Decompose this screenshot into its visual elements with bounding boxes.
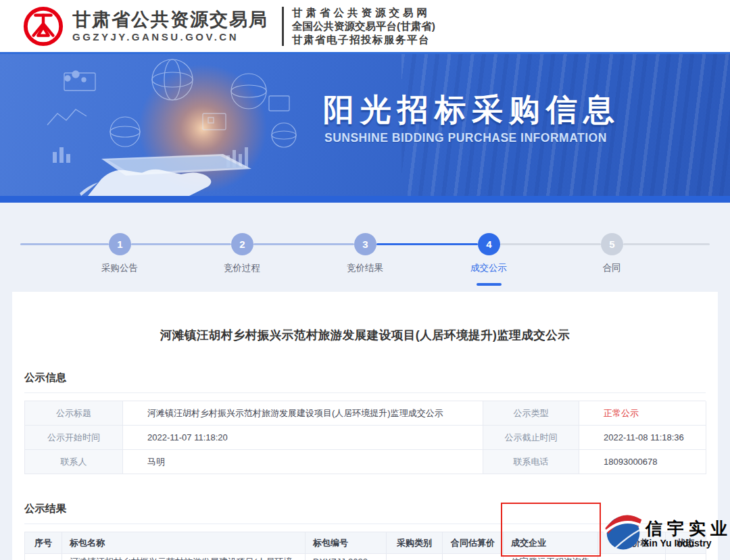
step-circle-1[interactable]: 1 bbox=[109, 233, 131, 255]
result-winner-company: 信宇腾远工程咨询集团有限公司 bbox=[504, 554, 598, 560]
platform-line: 甘肃省电子招投标服务平台 bbox=[292, 33, 435, 47]
info-value-end-time: 2022-11-08 11:18:36 bbox=[579, 426, 706, 450]
hero-banner: 阳光招标采购信息 SUNSHINE BIDDING PURCHASE INFOR… bbox=[0, 54, 730, 196]
col-header-estimate-price: 合同估算价 bbox=[443, 532, 504, 554]
info-value-contact: 马明 bbox=[123, 450, 483, 474]
watermark-name-cn: 信宇实业 bbox=[646, 517, 730, 540]
step-connector bbox=[20, 243, 109, 245]
platform-name-list: 甘肃省公共资源交易网 全国公共资源交易平台(甘肃省) 甘肃省电子招投标服务平台 bbox=[292, 6, 435, 47]
notice-info-table: 公示标题 河滩镇汪胡村乡村振兴示范村旅游发展建设项目(人居环境提升)监理成交公示… bbox=[24, 401, 706, 474]
site-header: 甘肃省公共资源交易局 GGZYJY.GANSU.GOV.CN 甘肃省公共资源交易… bbox=[0, 0, 730, 54]
step-connector bbox=[253, 243, 354, 245]
col-header-winner: 成交企业 bbox=[504, 532, 598, 554]
info-label: 公示截止时间 bbox=[483, 426, 579, 450]
result-package-name: 河滩镇汪胡村乡村振兴示范村旅游发展建设项目(人居环境提升)监理001 bbox=[62, 554, 306, 560]
banner-hand-hologram-art bbox=[0, 54, 318, 196]
banner-subtitle: SUNSHINE BIDDING PURCHASE INFORMATION bbox=[324, 131, 607, 145]
step-label-contract[interactable]: 合同 bbox=[603, 262, 621, 274]
info-label: 公示标题 bbox=[25, 401, 123, 426]
step-circle-2[interactable]: 2 bbox=[231, 233, 253, 255]
info-label: 联系人 bbox=[25, 450, 123, 474]
header-divider bbox=[282, 7, 284, 46]
platform-line: 甘肃省公共资源交易网 bbox=[292, 6, 435, 20]
col-header-category: 采购类别 bbox=[387, 532, 443, 554]
page-title: 河滩镇汪胡村乡村振兴示范村旅游发展建设项目(人居环境提升)监理成交公示 bbox=[24, 292, 706, 343]
result-deal-price: 150000.0(元) bbox=[598, 554, 666, 560]
step-circle-3[interactable]: 3 bbox=[354, 233, 376, 255]
result-package-no: DXXZJJ-2022-165 bbox=[306, 554, 387, 560]
info-value-notice-type: 正常公示 bbox=[579, 401, 706, 426]
step-connector bbox=[500, 243, 601, 245]
step-circle-4[interactable]: 4 bbox=[478, 233, 500, 255]
info-label: 公示类型 bbox=[483, 401, 579, 426]
site-brand[interactable]: 甘肃省公共资源交易局 GGZYJY.GANSU.GOV.CN bbox=[72, 9, 268, 44]
org-url: GGZYJY.GANSU.GOV.CN bbox=[72, 30, 268, 44]
result-category: 服务-监理 bbox=[387, 554, 443, 560]
info-label: 公示开始时间 bbox=[25, 426, 123, 450]
col-header-seq: 序号 bbox=[25, 532, 62, 554]
org-name: 甘肃省公共资源交易局 bbox=[72, 9, 268, 30]
step-circle-5[interactable]: 5 bbox=[601, 233, 623, 255]
step-connector bbox=[131, 243, 231, 245]
info-value-title: 河滩镇汪胡村乡村振兴示范村旅游发展建设项目(人居环境提升)监理成交公示 bbox=[123, 401, 483, 426]
step-label-bidding-process[interactable]: 竞价过程 bbox=[224, 262, 260, 274]
banner-title: 阳光招标采购信息 bbox=[323, 89, 620, 131]
banner-bottom-strip bbox=[0, 196, 730, 203]
progress-steps: 1 2 3 4 5 采购公告 竞价过程 竞价结果 成交公示 合同 bbox=[0, 203, 730, 292]
step-connector bbox=[623, 243, 710, 245]
platform-line: 全国公共资源交易平台(甘肃省) bbox=[292, 20, 435, 33]
step-label-procurement-notice[interactable]: 采购公告 bbox=[101, 262, 138, 274]
col-header-package-name: 标包名称 bbox=[62, 532, 306, 554]
step-label-deal-publicity[interactable]: 成交公示 bbox=[470, 262, 507, 274]
section-divider bbox=[24, 392, 706, 393]
step-connector bbox=[376, 243, 478, 245]
step-label-bidding-result[interactable]: 竞价结果 bbox=[347, 262, 383, 274]
watermark-name-en: Xin Yu Industry bbox=[643, 538, 712, 549]
info-value-phone: 18093000678 bbox=[579, 450, 706, 474]
result-seq: 1 bbox=[25, 554, 62, 560]
gansu-bureau-logo-icon[interactable] bbox=[22, 5, 64, 47]
active-step-underline bbox=[477, 283, 502, 286]
info-label: 联系电话 bbox=[483, 450, 579, 474]
result-estimate-price: 190000.0(元) bbox=[443, 554, 504, 560]
col-header-package-no: 标包编号 bbox=[306, 532, 387, 554]
info-value-start-time: 2022-11-07 11:18:20 bbox=[123, 426, 483, 450]
result-status: 已成交 bbox=[666, 554, 706, 560]
xinyu-globe-icon bbox=[604, 509, 643, 551]
section-title-notice-info: 公示信息 bbox=[24, 371, 706, 385]
